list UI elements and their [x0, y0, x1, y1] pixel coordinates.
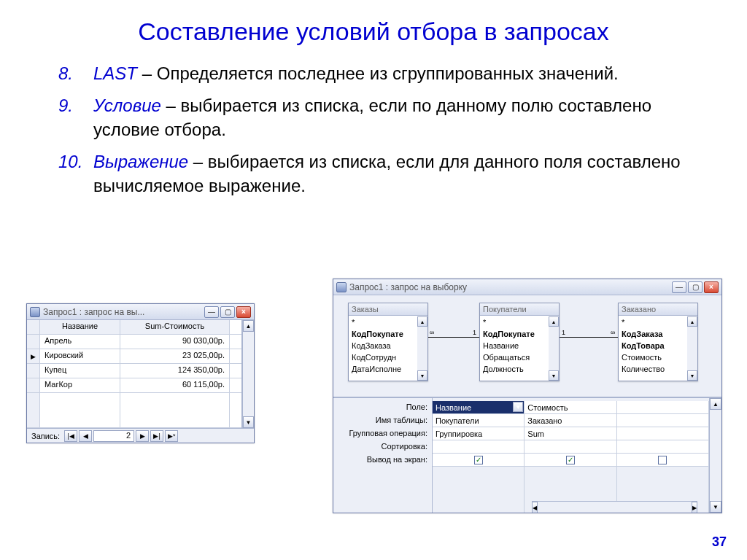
cell[interactable]: Купец: [40, 364, 120, 378]
sort-cell[interactable]: [525, 440, 616, 454]
field[interactable]: Обращаться: [480, 351, 549, 363]
join-line[interactable]: [560, 337, 618, 338]
last-record-button[interactable]: ▶|: [150, 430, 163, 442]
next-record-button[interactable]: ▶: [136, 430, 149, 442]
table-pokupateli[interactable]: Покупатели * КодПокупате Название Обраща…: [479, 303, 560, 381]
table-row[interactable]: МагКор 60 115,00р.: [27, 378, 241, 393]
field[interactable]: Количество: [619, 363, 687, 375]
table-row[interactable]: Апрель 90 030,00р.: [27, 335, 241, 349]
column-header[interactable]: Sum-Стоимость: [120, 320, 230, 334]
cell[interactable]: [120, 393, 230, 427]
scroll-down-icon[interactable]: ▼: [417, 370, 427, 381]
join-line[interactable]: [428, 337, 479, 338]
field-list[interactable]: * КодПокупате КодЗаказа КодСотрудн ДатаИ…: [349, 316, 417, 381]
row-selector[interactable]: [27, 378, 40, 392]
row-selector[interactable]: [27, 335, 40, 349]
field[interactable]: Название: [480, 340, 549, 351]
checkbox-icon[interactable]: [658, 456, 667, 464]
maximize-button[interactable]: ▢: [688, 281, 703, 293]
close-button[interactable]: ×: [704, 281, 719, 293]
scroll-down-icon[interactable]: ▼: [549, 370, 559, 381]
field[interactable]: КодТовара: [619, 340, 687, 351]
table-cell[interactable]: Заказано: [525, 414, 616, 427]
field-cell[interactable]: [617, 401, 708, 414]
field-list[interactable]: * КодПокупате Название Обращаться Должно…: [480, 316, 549, 381]
row-selector[interactable]: [27, 364, 40, 378]
scroll-down-icon[interactable]: ▼: [710, 501, 721, 513]
field[interactable]: КодПокупате: [349, 328, 417, 340]
field[interactable]: *: [480, 316, 549, 328]
scroll-left-icon[interactable]: ◀: [532, 502, 538, 513]
table-cell[interactable]: Покупатели: [433, 414, 524, 427]
table-header[interactable]: Заказы: [349, 303, 427, 316]
grid-column[interactable]: Стоимость Заказано Sum ✓: [525, 401, 616, 513]
field[interactable]: КодПокупате: [480, 328, 549, 340]
scroll-right-icon[interactable]: ▶: [692, 502, 697, 513]
table-header[interactable]: Заказано: [619, 303, 697, 316]
table-zakazy[interactable]: Заказы * КодПокупате КодЗаказа КодСотруд…: [348, 303, 428, 381]
field[interactable]: КодЗаказа: [349, 340, 417, 351]
grid-column[interactable]: [617, 401, 709, 513]
field[interactable]: Стоимость: [619, 351, 687, 363]
op-cell[interactable]: Sum: [525, 427, 616, 440]
cell[interactable]: 90 030,00р.: [120, 335, 230, 349]
op-cell[interactable]: [617, 427, 708, 440]
scroll-up-icon[interactable]: ▲: [687, 316, 697, 327]
table-zakazano[interactable]: Заказано * КодЗаказа КодТовара Стоимость…: [618, 303, 698, 381]
table-row[interactable]: Купец 124 350,00р.: [27, 364, 241, 378]
table-header[interactable]: Покупатели: [480, 303, 559, 316]
close-button[interactable]: ×: [236, 306, 251, 318]
field-cell[interactable]: Стоимость: [525, 401, 616, 414]
row-selector[interactable]: [27, 320, 40, 334]
grid-column[interactable]: Название ▼ Покупатели Группировка ✓: [433, 401, 525, 513]
show-cell[interactable]: [617, 454, 708, 467]
field[interactable]: Должность: [480, 363, 549, 375]
table-cell[interactable]: [617, 414, 708, 427]
horizontal-scrollbar[interactable]: ◀ ▶: [532, 501, 697, 513]
checkbox-icon[interactable]: ✓: [566, 456, 575, 464]
cell[interactable]: 23 025,00р.: [120, 349, 230, 363]
relationships-pane[interactable]: ∞ 1 1 ∞ Заказы * КодПокупате КодЗаказа К…: [333, 295, 721, 397]
vertical-scrollbar[interactable]: ▲ ▼: [687, 316, 697, 381]
first-record-button[interactable]: |◀: [64, 430, 77, 442]
scroll-down-icon[interactable]: ▼: [687, 370, 697, 381]
minimize-button[interactable]: —: [672, 281, 686, 293]
show-cell[interactable]: ✓: [433, 454, 524, 467]
cell[interactable]: [40, 393, 120, 427]
scroll-up-icon[interactable]: ▲: [243, 320, 254, 332]
titlebar[interactable]: Запрос1 : запрос на вы... — ▢ ×: [27, 304, 254, 320]
vertical-scrollbar[interactable]: ▲ ▼: [710, 398, 721, 513]
prev-record-button[interactable]: ◀: [79, 430, 92, 442]
op-cell[interactable]: Группировка: [433, 427, 524, 440]
sort-cell[interactable]: [433, 440, 524, 454]
field[interactable]: ДатаИсполне: [349, 363, 417, 375]
row-selector[interactable]: ▶: [27, 349, 40, 363]
sort-cell[interactable]: [617, 440, 708, 454]
field[interactable]: КодСотрудн: [349, 351, 417, 363]
dropdown-icon[interactable]: ▼: [513, 402, 523, 412]
row-selector[interactable]: [27, 393, 40, 427]
datasheet-grid[interactable]: Название Sum-Стоимость Апрель 90 030,00р…: [27, 320, 242, 428]
vertical-scrollbar[interactable]: ▲ ▼: [417, 316, 427, 381]
show-cell[interactable]: ✓: [525, 454, 616, 467]
scroll-up-icon[interactable]: ▲: [549, 316, 559, 327]
scroll-down-icon[interactable]: ▼: [243, 416, 254, 428]
field[interactable]: *: [349, 316, 417, 328]
field-cell[interactable]: Название ▼: [433, 401, 524, 414]
cell[interactable]: Кировский: [40, 349, 120, 363]
table-row[interactable]: ▶ Кировский 23 025,00р.: [27, 349, 241, 364]
cell[interactable]: 124 350,00р.: [120, 364, 230, 378]
field-list[interactable]: * КодЗаказа КодТовара Стоимость Количест…: [619, 316, 687, 381]
field[interactable]: КодЗаказа: [619, 328, 687, 340]
vertical-scrollbar[interactable]: ▲ ▼: [242, 320, 254, 428]
scroll-up-icon[interactable]: ▲: [710, 398, 721, 410]
design-grid[interactable]: Поле: Имя таблицы: Групповая операция: С…: [333, 397, 721, 513]
cell[interactable]: 60 115,00р.: [120, 378, 230, 392]
column-header[interactable]: Название: [40, 320, 120, 334]
cell[interactable]: МагКор: [40, 378, 120, 392]
maximize-button[interactable]: ▢: [220, 306, 235, 318]
scroll-track[interactable]: [243, 332, 254, 416]
field[interactable]: *: [619, 316, 687, 328]
cell[interactable]: Апрель: [40, 335, 120, 349]
vertical-scrollbar[interactable]: ▲ ▼: [549, 316, 559, 381]
